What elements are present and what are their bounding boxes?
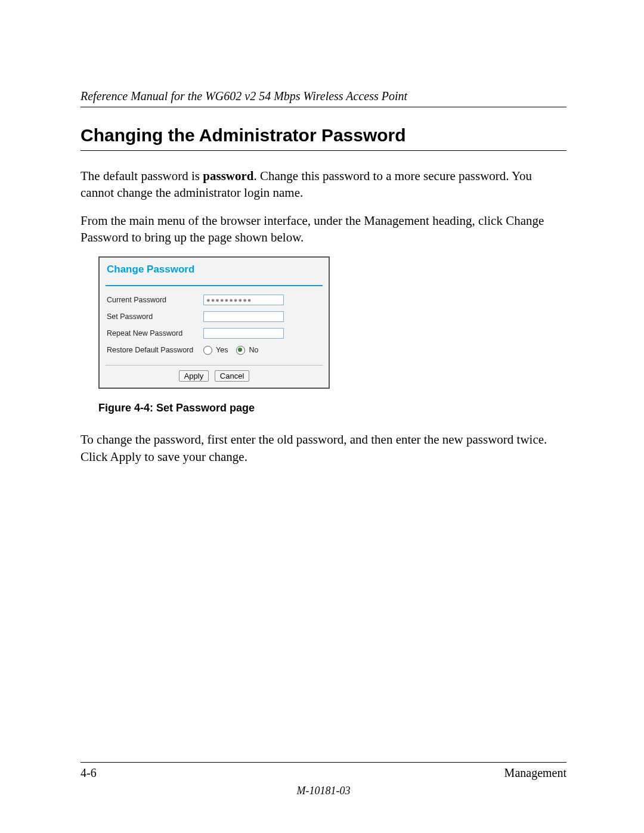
radio-yes-label: Yes: [216, 346, 228, 354]
paragraph-1-text-a: The default password is: [80, 169, 203, 183]
row-set-password: Set Password: [107, 309, 321, 324]
input-current-password[interactable]: [203, 295, 284, 305]
input-set-password[interactable]: [203, 311, 284, 322]
row-restore-default: Restore Default Password Yes No: [107, 342, 321, 358]
document-page: Reference Manual for the WG602 v2 54 Mbp…: [0, 0, 644, 833]
cancel-button[interactable]: Cancel: [215, 370, 249, 382]
input-repeat-password[interactable]: [203, 328, 284, 339]
header-rule: [80, 107, 566, 107]
paragraph-1: The default password is password. Change…: [80, 168, 566, 202]
footer-doc-id: M-10181-03: [80, 785, 566, 797]
paragraph-2: From the main menu of the browser interf…: [80, 212, 566, 246]
label-current-password: Current Password: [107, 296, 203, 304]
paragraph-3: To change the password, first enter the …: [80, 431, 566, 465]
row-current-password: Current Password: [107, 292, 321, 308]
footer-rule: [80, 762, 566, 763]
radio-yes[interactable]: [203, 346, 212, 355]
page-footer: 4-6 Management M-10181-03: [80, 762, 566, 797]
panel-title-rule: [106, 285, 323, 286]
heading-rule: [80, 150, 566, 151]
running-header: Reference Manual for the WG602 v2 54 Mbp…: [80, 89, 566, 103]
figure-caption: Figure 4-4: Set Password page: [98, 402, 566, 414]
row-repeat-password: Repeat New Password: [107, 326, 321, 341]
label-restore-default: Restore Default Password: [107, 346, 203, 354]
panel-button-row: Apply Cancel: [100, 366, 329, 388]
footer-row: 4-6 Management: [80, 766, 566, 780]
section-heading: Changing the Administrator Password: [80, 125, 566, 145]
label-repeat-password: Repeat New Password: [107, 329, 203, 337]
panel-title: Change Password: [107, 264, 194, 275]
figure: Change Password Current Password Set Pas…: [98, 256, 566, 414]
paragraph-1-bold: password: [203, 169, 253, 183]
apply-button[interactable]: Apply: [179, 370, 209, 382]
panel-form: Current Password Set Password Repeat New…: [100, 292, 329, 361]
radio-no[interactable]: [236, 346, 245, 355]
footer-section-name: Management: [504, 766, 566, 780]
panel-header: Change Password: [100, 258, 329, 279]
radio-group-restore-default: Yes No: [203, 346, 258, 355]
footer-page-number: 4-6: [80, 766, 97, 780]
change-password-panel: Change Password Current Password Set Pas…: [98, 256, 330, 389]
label-set-password: Set Password: [107, 312, 203, 321]
radio-no-label: No: [249, 346, 258, 354]
